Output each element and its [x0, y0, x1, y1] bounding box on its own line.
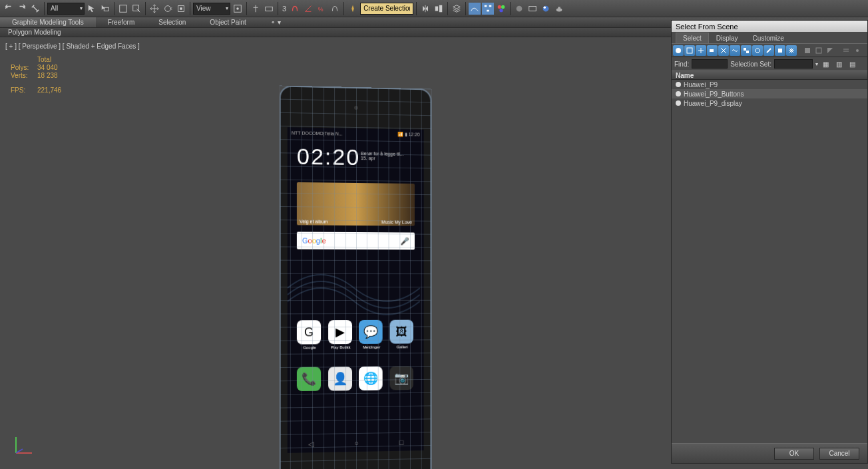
layers-icon[interactable]	[451, 3, 463, 15]
move-icon[interactable]	[148, 3, 160, 15]
filter-groups-icon[interactable]	[741, 45, 752, 56]
filter-lights-icon[interactable]	[696, 45, 706, 56]
pivot-icon[interactable]	[232, 3, 244, 15]
dialog-find-row: Find: Selection Set: ▾ ▦ ▥ ▤	[672, 57, 867, 71]
spinner-snap-icon[interactable]	[329, 3, 341, 15]
undo-icon[interactable]	[3, 3, 15, 15]
keyboard-icon[interactable]	[263, 3, 275, 15]
material-editor-icon[interactable]	[495, 3, 507, 15]
list-item[interactable]: Huawei_P9	[672, 80, 867, 89]
phone-camera	[354, 106, 358, 110]
filter-shapes-icon[interactable]	[684, 45, 695, 56]
selset-input[interactable]	[774, 59, 813, 69]
redo-icon[interactable]	[16, 3, 28, 15]
manipulate-icon[interactable]	[250, 3, 262, 15]
cancel-button[interactable]: Cancel	[819, 448, 859, 460]
filter-cameras-icon[interactable]	[707, 45, 718, 56]
selset-tool2-icon[interactable]: ▥	[834, 59, 845, 69]
ribbon-tab-freeform[interactable]: Freeform	[96, 17, 147, 27]
ok-button[interactable]: OK	[774, 448, 814, 460]
select-icon[interactable]	[86, 3, 98, 15]
phone-app: ▶Play Butikk	[328, 320, 353, 349]
dialog-tab-select[interactable]: Select	[676, 33, 709, 43]
display-invert-icon[interactable]	[825, 45, 835, 56]
angle-snap-icon[interactable]	[302, 3, 314, 15]
object-name: Huawei_P9_display	[684, 100, 742, 107]
filter-dropdown[interactable]: All	[47, 3, 85, 15]
svg-rect-30	[744, 48, 746, 51]
link-icon[interactable]	[29, 3, 41, 15]
ribbon-tab-graphite[interactable]: Graphite Modeling Tools	[0, 17, 96, 27]
named-selection-input[interactable]	[360, 3, 413, 15]
render-icon[interactable]	[540, 3, 552, 15]
schematic-icon[interactable]	[482, 3, 494, 15]
list-item[interactable]: Huawei_P9_display	[672, 98, 867, 108]
selset-tool3-icon[interactable]: ▤	[847, 59, 858, 69]
dialog-tab-display[interactable]: Display	[709, 33, 746, 43]
align-icon[interactable]	[433, 3, 445, 15]
spinner-value: 3	[281, 5, 288, 13]
refcoord-dropdown[interactable]: View	[193, 3, 230, 15]
ribbon-tab-selection[interactable]: Selection	[146, 17, 198, 27]
svg-text:%: %	[318, 5, 324, 12]
curve-editor-icon[interactable]	[469, 3, 481, 15]
svg-rect-8	[266, 7, 273, 11]
svg-rect-5	[180, 7, 182, 10]
svg-rect-12	[485, 5, 487, 7]
select-from-scene-dialog: Select From Scene Select Display Customi…	[671, 20, 868, 464]
find-input[interactable]	[692, 59, 728, 69]
mirror-icon[interactable]	[419, 3, 431, 15]
list-header-name[interactable]: Name	[672, 71, 867, 80]
render-setup-icon[interactable]	[513, 3, 525, 15]
svg-point-21	[544, 6, 546, 9]
window-crossing-icon[interactable]	[130, 3, 142, 15]
viewport-stats: Total Polys:34 040 Verts:18 238 FPS:221,…	[11, 56, 61, 94]
svg-point-17	[500, 9, 503, 12]
snap-toggle-icon[interactable]	[289, 3, 301, 15]
filter-frozen-icon[interactable]	[786, 45, 797, 56]
svg-rect-14	[487, 9, 489, 11]
filter-geometry-icon[interactable]	[673, 45, 684, 56]
dialog-title: Select From Scene	[672, 21, 867, 32]
svg-point-3	[165, 5, 171, 11]
selset-tool-icon[interactable]: ▦	[821, 59, 831, 69]
filter-bone-icon[interactable]	[763, 45, 774, 56]
render-frame-icon[interactable]	[527, 3, 539, 15]
scene-object-list[interactable]: Huawei_P9Huawei_P9_ButtonsHuawei_P9_disp…	[672, 80, 867, 443]
filter-helpers-icon[interactable]	[718, 45, 729, 56]
svg-rect-29	[710, 49, 714, 52]
scale-icon[interactable]	[175, 3, 187, 15]
ribbon-tab-objectpaint[interactable]: Object Paint	[198, 17, 258, 27]
dialog-tab-customize[interactable]: Customize	[746, 33, 791, 43]
named-sel-icon[interactable]	[347, 3, 359, 15]
ribbon-tab-caret[interactable]: ⚬ ▾	[258, 17, 293, 27]
display-none-icon[interactable]	[813, 45, 824, 56]
selset-label: Selection Set:	[730, 61, 771, 68]
display-all-icon[interactable]	[802, 45, 813, 56]
svg-rect-28	[687, 48, 692, 53]
main-toolbar: All View 3 %	[0, 0, 868, 17]
phone-screen: NTT DOCOMO|Telia N...📶 ▮ 12:20 02:20 Ber…	[288, 127, 424, 453]
svg-rect-10	[435, 6, 438, 11]
filter-spacewarps-icon[interactable]	[730, 45, 740, 56]
svg-rect-31	[746, 51, 749, 53]
object-name: Huawei_P9	[684, 81, 718, 88]
filter-xrefs-icon[interactable]	[752, 45, 763, 56]
filter-container-icon[interactable]	[775, 45, 785, 56]
object-dot-icon	[676, 100, 681, 106]
display-influences-icon[interactable]	[852, 45, 863, 56]
list-item[interactable]: Huawei_P9_Buttons	[672, 89, 867, 98]
dialog-filter-iconbar	[672, 44, 867, 57]
rotate-icon[interactable]	[162, 3, 174, 15]
teapot-icon[interactable]	[553, 3, 565, 15]
axis-gizmo	[11, 432, 37, 458]
scene-object-phone[interactable]: NTT DOCOMO|Telia N...📶 ▮ 12:20 02:20 Ber…	[280, 85, 432, 469]
viewport-label[interactable]: [ + ] [ Perspective ] [ Shaded + Edged F…	[5, 43, 140, 50]
select-name-icon[interactable]	[99, 3, 111, 15]
phone-app: 🌐	[359, 367, 384, 392]
phone-app: 📞	[297, 367, 322, 392]
display-children-icon[interactable]	[841, 45, 851, 56]
percent-snap-icon[interactable]: %	[316, 3, 327, 15]
dialog-footer: OK Cancel	[672, 443, 867, 463]
rect-select-icon[interactable]	[117, 3, 129, 15]
